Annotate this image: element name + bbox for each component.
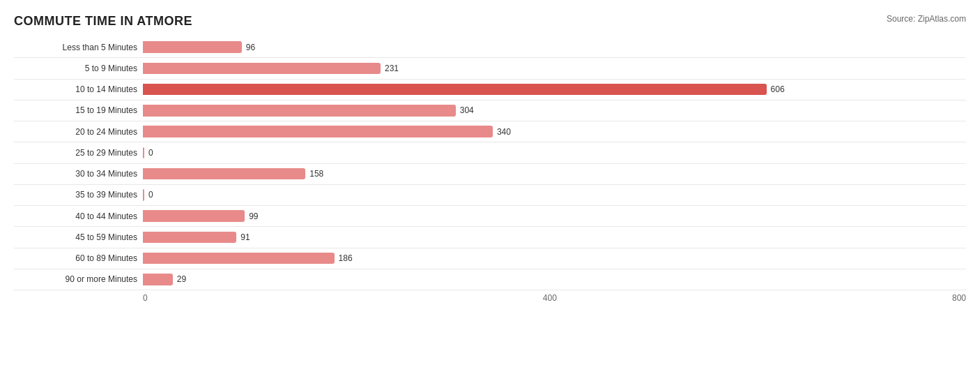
bar-row: 25 to 29 Minutes0 bbox=[14, 142, 966, 163]
bar-track: 304 bbox=[143, 103, 966, 119]
x-axis: 0400800 bbox=[143, 290, 966, 311]
bar-track: 606 bbox=[143, 82, 966, 98]
bar-value: 91 bbox=[240, 232, 250, 242]
chart-source: Source: ZipAtlas.com bbox=[887, 14, 966, 24]
bar-row: 15 to 19 Minutes304 bbox=[14, 100, 966, 121]
bar-label: 60 to 89 Minutes bbox=[14, 253, 143, 263]
bar-value: 606 bbox=[771, 84, 785, 94]
bar-row: 20 to 24 Minutes340 bbox=[14, 121, 966, 142]
bar-value: 0 bbox=[148, 148, 153, 158]
bar-value: 340 bbox=[497, 127, 511, 137]
bar-track: 96 bbox=[143, 39, 966, 55]
bar-fill bbox=[143, 105, 456, 116]
bar-value: 99 bbox=[249, 211, 258, 221]
bar-fill bbox=[143, 41, 242, 52]
bar-value: 231 bbox=[385, 64, 399, 73]
bar-label: 35 to 39 Minutes bbox=[14, 190, 143, 200]
bar-label: Less than 5 Minutes bbox=[14, 43, 143, 52]
bar-row: 5 to 9 Minutes231 bbox=[14, 58, 966, 79]
bar-fill bbox=[143, 147, 144, 158]
bar-track: 99 bbox=[143, 208, 966, 224]
x-axis-tick: 800 bbox=[952, 293, 966, 303]
bar-row: 40 to 44 Minutes99 bbox=[14, 206, 966, 227]
bar-value: 0 bbox=[148, 190, 153, 200]
bar-value: 304 bbox=[460, 105, 474, 115]
bar-label: 30 to 34 Minutes bbox=[14, 169, 143, 179]
bar-label: 5 to 9 Minutes bbox=[14, 64, 143, 73]
bars-area: Less than 5 Minutes965 to 9 Minutes23110… bbox=[14, 37, 966, 290]
bar-fill bbox=[143, 84, 767, 95]
bar-fill bbox=[143, 232, 236, 243]
bar-label: 15 to 19 Minutes bbox=[14, 105, 143, 115]
bar-label: 25 to 29 Minutes bbox=[14, 148, 143, 158]
bar-label: 90 or more Minutes bbox=[14, 274, 143, 284]
bar-fill bbox=[143, 210, 245, 221]
bar-value: 186 bbox=[339, 253, 353, 263]
bar-row: 35 to 39 Minutes0 bbox=[14, 185, 966, 206]
bar-value: 158 bbox=[309, 169, 323, 179]
bar-track: 340 bbox=[143, 124, 966, 140]
bar-label: 45 to 59 Minutes bbox=[14, 232, 143, 242]
bar-value: 29 bbox=[177, 274, 186, 284]
bar-row: 10 to 14 Minutes606 bbox=[14, 80, 966, 100]
bar-track: 158 bbox=[143, 166, 966, 182]
bar-row: 60 to 89 Minutes186 bbox=[14, 248, 966, 269]
chart-container: COMMUTE TIME IN ATMORE Source: ZipAtlas.… bbox=[0, 0, 980, 365]
bar-track: 0 bbox=[143, 144, 966, 161]
bar-track: 29 bbox=[143, 271, 966, 288]
bar-fill bbox=[143, 63, 381, 74]
bar-row: 45 to 59 Minutes91 bbox=[14, 227, 966, 248]
bar-label: 10 to 14 Minutes bbox=[14, 84, 143, 94]
bar-track: 0 bbox=[143, 187, 966, 203]
bar-track: 91 bbox=[143, 229, 966, 245]
x-axis-tick: 400 bbox=[543, 293, 557, 303]
bar-fill bbox=[143, 253, 335, 264]
bar-track: 186 bbox=[143, 251, 966, 267]
bar-row: 30 to 34 Minutes158 bbox=[14, 164, 966, 185]
chart-header: COMMUTE TIME IN ATMORE Source: ZipAtlas.… bbox=[14, 14, 966, 29]
bar-row: Less than 5 Minutes96 bbox=[14, 37, 966, 58]
x-axis-tick: 0 bbox=[143, 293, 148, 303]
bar-label: 40 to 44 Minutes bbox=[14, 211, 143, 221]
bar-row: 90 or more Minutes29 bbox=[14, 269, 966, 290]
bar-value: 96 bbox=[246, 43, 255, 52]
bar-label: 20 to 24 Minutes bbox=[14, 127, 143, 137]
chart-title: COMMUTE TIME IN ATMORE bbox=[14, 14, 192, 29]
chart-body: Less than 5 Minutes965 to 9 Minutes23110… bbox=[14, 37, 966, 311]
bar-track: 231 bbox=[143, 60, 966, 76]
bar-fill bbox=[143, 126, 493, 137]
bar-fill bbox=[143, 189, 144, 200]
bar-fill bbox=[143, 274, 173, 285]
bar-fill bbox=[143, 168, 305, 179]
